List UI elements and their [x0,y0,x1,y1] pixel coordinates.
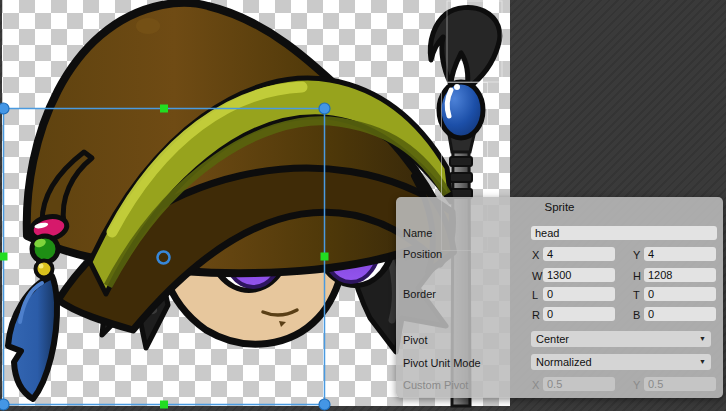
border-b-input[interactable] [644,307,716,321]
selection-corner-handle-bottom-left[interactable] [0,399,9,410]
position-x-prefix: X [532,249,539,261]
border-label: Border [403,288,436,300]
position-h-prefix: H [633,270,641,282]
yellow-bead-shine [39,264,44,269]
panel-title: Sprite [396,201,723,213]
border-t-prefix: T [633,289,640,301]
border-r-prefix: R [532,309,540,321]
pivot-unit-mode-label: Pivot Unit Mode [403,357,481,369]
pivot-dropdown[interactable]: Center ▼ [531,331,711,347]
position-w-prefix: W [532,270,542,282]
position-y-input[interactable] [644,247,716,261]
selection-corner-handle-top-right[interactable] [319,103,330,114]
hat-sheen [136,18,160,34]
custom-pivot-label: Custom Pivot [403,379,468,391]
selection-edge-handle-right[interactable] [321,253,329,261]
sprite-editor-window: Sprite Name Position X Y W H Border L T … [0,0,726,411]
position-w-input[interactable] [543,268,615,282]
custom-pivot-x-prefix: X [532,379,539,391]
blue-feather [8,276,57,399]
border-r-input[interactable] [543,307,615,321]
staff-bands [450,157,472,198]
pivot-label: Pivot [403,334,427,346]
name-label: Name [403,227,432,239]
position-h-input[interactable] [644,268,716,282]
custom-pivot-y-prefix: Y [633,379,640,391]
staff-feather-top [430,7,500,89]
selection-edge-handle-left[interactable] [0,253,8,261]
character-head-sprite[interactable] [8,3,454,399]
position-y-prefix: Y [633,249,640,261]
custom-pivot-y-input [644,377,716,391]
custom-pivot-x-input [543,377,615,391]
selection-edge-handle-top[interactable] [160,105,168,113]
orb-highlight-dot [454,84,460,90]
dropdown-arrow-icon: ▼ [699,358,706,366]
name-input[interactable] [531,226,717,240]
border-t-input[interactable] [644,287,716,301]
green-bead [32,236,58,262]
position-x-input[interactable] [543,247,615,261]
pivot-value: Center [536,333,569,345]
pivot-unit-mode-value: Normalized [536,356,592,368]
selection-corner-handle-bottom-right[interactable] [319,399,330,410]
position-label: Position [403,248,442,260]
border-b-prefix: B [633,309,640,321]
pivot-unit-mode-dropdown[interactable]: Normalized ▼ [531,354,711,370]
selection-edge-handle-bottom[interactable] [160,401,168,409]
sprite-panel: Sprite Name Position X Y W H Border L T … [396,197,723,398]
dropdown-arrow-icon: ▼ [699,335,706,343]
border-l-input[interactable] [543,287,615,301]
border-l-prefix: L [532,289,538,301]
selection-corner-handle-top-left[interactable] [0,103,9,114]
